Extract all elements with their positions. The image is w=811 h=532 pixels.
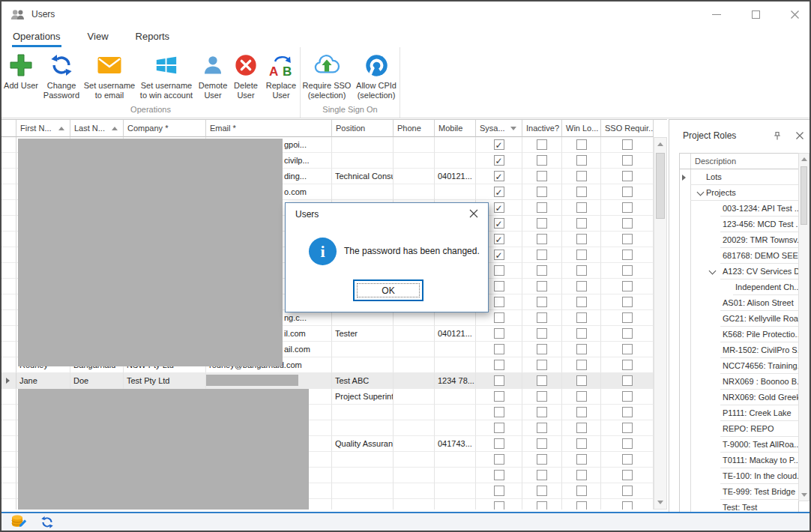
checkbox-winlogin[interactable]: [576, 234, 587, 244]
ribbon-button-demote-user[interactable]: Demote User: [196, 47, 229, 105]
cell-mobile[interactable]: [435, 389, 476, 405]
cell-mobile[interactable]: [435, 153, 476, 169]
cell-phone[interactable]: [394, 483, 435, 499]
cell-inactive[interactable]: [522, 169, 562, 184]
checkbox-sysadmin[interactable]: [494, 486, 504, 496]
cell-inactive[interactable]: [522, 232, 562, 247]
cell-sysadmin[interactable]: [476, 169, 522, 184]
cell-winlogin[interactable]: [562, 184, 601, 200]
checkbox-sso[interactable]: [622, 281, 633, 291]
checkbox-sysadmin[interactable]: [494, 265, 504, 276]
cell-sso[interactable]: [601, 436, 654, 452]
checkbox-sysadmin[interactable]: [494, 438, 504, 449]
cell-winlogin[interactable]: [562, 405, 601, 420]
column-header-first[interactable]: First N...: [16, 120, 70, 137]
column-header-mobile[interactable]: Mobile: [435, 120, 476, 137]
cell-company[interactable]: Test Pty Ltd: [124, 373, 206, 389]
cell-sysadmin[interactable]: [476, 357, 522, 373]
checkbox-sysadmin[interactable]: [494, 328, 504, 339]
checkbox-inactive[interactable]: [537, 297, 547, 307]
cell-position[interactable]: Tester: [332, 326, 394, 342]
cell-position[interactable]: [332, 468, 394, 483]
cell-sso[interactable]: [601, 232, 654, 247]
cell-winlogin[interactable]: [562, 279, 601, 294]
checkbox-sysadmin[interactable]: [494, 281, 504, 291]
cell-phone[interactable]: [394, 169, 435, 184]
checkbox-sysadmin[interactable]: [494, 250, 504, 260]
cell-winlogin[interactable]: [562, 200, 601, 216]
cell-winlogin[interactable]: [562, 137, 601, 153]
checkbox-inactive[interactable]: [537, 250, 547, 260]
checkbox-sysadmin[interactable]: [494, 407, 504, 417]
chevron-down-icon[interactable]: [709, 267, 717, 275]
cell-sysadmin[interactable]: [476, 184, 522, 200]
refresh-icon[interactable]: [40, 516, 54, 529]
cell-sso[interactable]: [601, 184, 654, 200]
close-button[interactable]: [786, 5, 804, 23]
checkbox-inactive[interactable]: [537, 281, 547, 291]
tree-item-681768-demo-see[interactable]: 681768: DEMO SEE ...: [680, 248, 798, 264]
cell-phone[interactable]: [394, 326, 435, 342]
cell-sysadmin[interactable]: [476, 420, 522, 436]
checkbox-winlogin[interactable]: [576, 486, 587, 496]
column-header-inactive[interactable]: Inactive?: [522, 120, 562, 137]
cell-mobile[interactable]: [435, 310, 476, 326]
tree-item-nrx069-boonoo-b[interactable]: NRX069 : Boonoo B...: [680, 374, 798, 390]
checkbox-sso[interactable]: [622, 187, 633, 197]
checkbox-sso[interactable]: [622, 250, 633, 260]
cell-winlogin[interactable]: [562, 342, 601, 357]
checkbox-sysadmin[interactable]: [494, 423, 504, 433]
cell-email[interactable]: [206, 373, 332, 389]
checkbox-winlogin[interactable]: [576, 328, 587, 339]
panel-close-button[interactable]: [795, 131, 804, 140]
checkbox-sso[interactable]: [622, 265, 633, 276]
cell-sso[interactable]: [601, 373, 654, 389]
checkbox-sysadmin[interactable]: [494, 312, 504, 323]
checkbox-winlogin[interactable]: [576, 297, 587, 307]
cell-inactive[interactable]: [522, 483, 562, 499]
cell-sysadmin[interactable]: [476, 389, 522, 405]
cell-winlogin[interactable]: [562, 216, 601, 232]
tree-item-te-100-in-the-cloud[interactable]: TE-100: In the cloud...: [680, 468, 798, 484]
cell-winlogin[interactable]: [562, 389, 601, 405]
tree-item-t0111-mackay-to-p[interactable]: T0111: Mackay to P...: [680, 453, 798, 468]
cell-phone[interactable]: [394, 499, 435, 510]
grid-scrollbar[interactable]: [654, 137, 667, 510]
cell-winlogin[interactable]: [562, 499, 601, 510]
checkbox-inactive[interactable]: [537, 265, 547, 276]
checkbox-winlogin[interactable]: [576, 218, 587, 229]
panel-scrollbar[interactable]: [798, 153, 810, 501]
cell-sysadmin[interactable]: [476, 436, 522, 452]
checkbox-inactive[interactable]: [537, 202, 547, 213]
cell-phone[interactable]: [394, 389, 435, 405]
cell-mobile[interactable]: [435, 483, 476, 499]
cell-sso[interactable]: [601, 153, 654, 169]
checkbox-sysadmin[interactable]: [494, 171, 504, 181]
checkbox-sso[interactable]: [622, 139, 633, 150]
cell-sso[interactable]: [601, 468, 654, 483]
checkbox-sysadmin[interactable]: [494, 234, 504, 244]
cell-sso[interactable]: [601, 169, 654, 184]
cell-winlogin[interactable]: [562, 263, 601, 279]
checkbox-sso[interactable]: [622, 486, 633, 496]
tree-item-20029-tmr-townsv[interactable]: 20029: TMR Townsv...: [680, 232, 798, 248]
ribbon-button-replace-user[interactable]: ABReplace User: [262, 47, 300, 105]
database-edit-icon[interactable]: [10, 514, 27, 530]
cell-winlogin[interactable]: [562, 452, 601, 468]
checkbox-winlogin[interactable]: [576, 187, 587, 197]
tree-item-123-456-mcd-test[interactable]: 123-456: MCD Test ...: [680, 217, 798, 232]
cell-inactive[interactable]: [522, 342, 562, 357]
cell-sysadmin[interactable]: [476, 310, 522, 326]
checkbox-winlogin[interactable]: [576, 344, 587, 354]
checkbox-sysadmin[interactable]: [494, 139, 504, 150]
checkbox-inactive[interactable]: [537, 423, 547, 433]
cell-sso[interactable]: [601, 326, 654, 342]
tree-item-p1111-creek-lake[interactable]: P1111: Creek Lake: [680, 405, 798, 421]
cell-sysadmin[interactable]: [476, 373, 522, 389]
cell-inactive[interactable]: [522, 184, 562, 200]
checkbox-sso[interactable]: [622, 297, 633, 307]
checkbox-sso[interactable]: [622, 202, 633, 213]
checkbox-sso[interactable]: [622, 423, 633, 433]
checkbox-inactive[interactable]: [537, 234, 547, 244]
cell-position[interactable]: [332, 137, 394, 153]
